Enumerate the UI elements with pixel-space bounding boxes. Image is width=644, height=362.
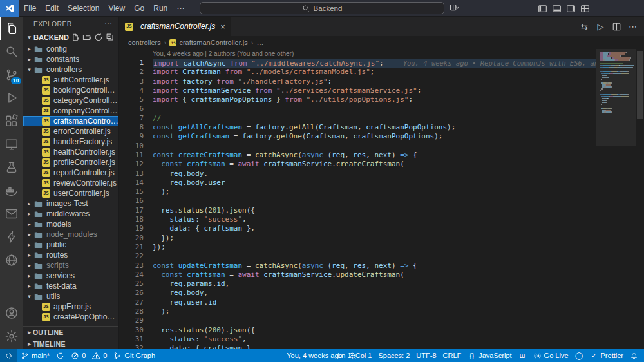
code-line-3[interactable]: 3import factory from "./handlerFactory.j… xyxy=(119,77,644,86)
code-line-9[interactable]: 9const getCraftsman = factory.getOne(Cra… xyxy=(119,132,644,141)
code-line-24[interactable]: 24 const craftsman = await craftsmanServ… xyxy=(119,271,644,280)
customize-layout-icon[interactable] xyxy=(580,4,590,14)
code-line-30[interactable]: 30 res.status(200).json({ xyxy=(119,326,644,335)
menu-file[interactable]: File xyxy=(19,0,41,16)
status-prettier[interactable]: ✓Prettier xyxy=(587,349,627,362)
code-line-14[interactable]: 14 req.body.user xyxy=(119,178,644,187)
toggle-panel-icon[interactable] xyxy=(552,4,562,14)
tree-file-categoryController.js[interactable]: JScategoryController.js xyxy=(23,95,118,106)
tree-folder-scripts[interactable]: ▸scripts xyxy=(23,260,118,271)
activity-thunder-client[interactable] xyxy=(0,225,23,249)
tree-folder-services[interactable]: ▸services xyxy=(23,271,118,281)
status-git-sync[interactable] xyxy=(53,349,68,362)
split-editor-dropdown-icon[interactable] xyxy=(450,3,459,13)
tree-file-createPopOptions.js[interactable]: JScreatePopOptions.js xyxy=(23,312,118,322)
breadcrumb-item[interactable]: … xyxy=(256,39,263,46)
run-icon[interactable]: ▷ xyxy=(596,22,605,32)
close-icon[interactable]: × xyxy=(220,22,225,32)
split-editor-icon[interactable] xyxy=(612,22,621,32)
code-line-15[interactable]: 15 ); xyxy=(119,187,644,196)
tab-craftsmancontroller-js[interactable]: JS craftsmanController.js × xyxy=(119,17,232,36)
status-live-share[interactable]: ◯ xyxy=(572,349,587,362)
minimap[interactable] xyxy=(596,49,636,349)
tree-folder-public[interactable]: ▸public xyxy=(23,240,118,250)
section-backend[interactable]: ▾ BACKEND xyxy=(23,31,118,44)
tree-folder-constants[interactable]: ▸constants xyxy=(23,54,118,64)
menu-more[interactable]: ⋯ xyxy=(172,0,189,16)
status-git-graph[interactable]: Git Graph xyxy=(110,349,158,362)
activity-docker[interactable] xyxy=(0,179,23,202)
code-line-28[interactable]: 28 ); xyxy=(119,307,644,316)
tree-folder-routes[interactable]: ▸routes xyxy=(23,250,118,260)
status-problems-warnings[interactable]: 0 xyxy=(89,349,110,362)
scrollbar-thumb[interactable] xyxy=(637,51,643,119)
open-changes-icon[interactable]: ⇆ xyxy=(580,22,589,32)
more-actions-icon[interactable]: ⋯ xyxy=(104,19,112,28)
activity-account[interactable] xyxy=(0,301,23,325)
code-line-10[interactable]: 10 xyxy=(119,142,644,151)
code-line-7[interactable]: 7//-------------------------------------… xyxy=(119,114,644,123)
code-line-23[interactable]: 23const updateCraftsman = catchAsync(asy… xyxy=(119,262,644,271)
code-line-20[interactable]: 20 }); xyxy=(119,234,644,243)
tree-folder-controllers[interactable]: ▾controllers xyxy=(23,64,118,75)
code-line-16[interactable]: 16 xyxy=(119,196,644,205)
activity-remote-explorer[interactable] xyxy=(0,133,23,156)
activity-mail[interactable] xyxy=(0,202,23,225)
code-line-27[interactable]: 27 req.user.id xyxy=(119,298,644,307)
status-remote-indicator[interactable] xyxy=(0,349,17,362)
activity-explorer[interactable] xyxy=(0,17,23,40)
menu-run[interactable]: Run xyxy=(149,0,172,16)
tree-file-handlerFactory.js[interactable]: JShandlerFactory.js xyxy=(23,137,118,147)
tree-file-bookingController.js[interactable]: JSbookingController.js xyxy=(23,85,118,95)
code-line-17[interactable]: 17 res.status(201).json({ xyxy=(119,206,644,215)
tree-file-reviewController.js[interactable]: JSreviewController.js xyxy=(23,178,118,188)
code-line-18[interactable]: 18 status: "success", xyxy=(119,215,644,224)
activity-extensions[interactable] xyxy=(0,110,23,133)
command-center-search[interactable]: Backend xyxy=(200,2,444,14)
code-line-29[interactable]: 29 xyxy=(119,316,644,325)
code-line-6[interactable]: 6 xyxy=(119,104,644,113)
tree-folder-config[interactable]: ▸config xyxy=(23,44,118,54)
code-line-26[interactable]: 26 req.body, xyxy=(119,289,644,298)
tree-file-appError.js[interactable]: JSappError.js xyxy=(23,301,118,312)
scrollbar[interactable] xyxy=(636,49,644,349)
menu-go[interactable]: Go xyxy=(129,0,149,16)
status-go-live[interactable]: Go Live xyxy=(530,349,572,362)
toggle-secondary-sidebar-icon[interactable] xyxy=(566,4,576,14)
tree-file-reportController.js[interactable]: JSreportController.js xyxy=(23,167,118,178)
code-line-21[interactable]: 21}); xyxy=(119,243,644,252)
code-line-25[interactable]: 25 req.params.id, xyxy=(119,280,644,289)
activity-search[interactable] xyxy=(0,40,23,63)
activity-settings-gear[interactable] xyxy=(0,325,23,348)
status-encoding[interactable]: UTF-8 xyxy=(413,349,439,362)
status-eol[interactable]: CRLF xyxy=(440,349,465,362)
menu-selection[interactable]: Selection xyxy=(63,0,104,16)
tree-file-userController.js[interactable]: JSuserController.js xyxy=(23,188,118,198)
tree-file-healthController.js[interactable]: JShealthController.js xyxy=(23,147,118,157)
collapse-all-icon[interactable] xyxy=(106,33,115,42)
status-git-branch[interactable]: main* xyxy=(17,349,53,362)
codelens-blame[interactable]: You, 4 weeks ago | 2 authors (You and on… xyxy=(119,49,644,59)
code-line-31[interactable]: 31 status: "success", xyxy=(119,335,644,344)
code-line-22[interactable]: 22 xyxy=(119,252,644,261)
tree-file-craftsmanController.js[interactable]: JScraftsmanController.js xyxy=(23,116,118,126)
code-line-1[interactable]: 1import catchAsync from "../middlewares/… xyxy=(119,59,644,68)
status-problems-errors[interactable]: 0 xyxy=(68,349,89,362)
activity-run-debug[interactable] xyxy=(0,86,23,110)
tree-file-profileController.js[interactable]: JSprofileController.js xyxy=(23,157,118,167)
code-line-5[interactable]: 5import { craftsmanPopOptions } from "..… xyxy=(119,95,644,104)
code-line-2[interactable]: 2import Craftsman from "../models/crafts… xyxy=(119,68,644,77)
tree-file-errorController.js[interactable]: JSerrorController.js xyxy=(23,126,118,137)
tree-file-companyController.js[interactable]: JScompanyController.js xyxy=(23,106,118,116)
tree-file-authController.js[interactable]: JSauthController.js xyxy=(23,75,118,85)
new-folder-icon[interactable] xyxy=(82,33,91,42)
timeline-section[interactable]: ▸ TIMELINE xyxy=(23,338,118,349)
refresh-icon[interactable] xyxy=(94,33,103,42)
tree-folder-models[interactable]: ▸models xyxy=(23,219,118,229)
activity-testing[interactable] xyxy=(0,156,23,179)
status-language-mode[interactable]: {}JavaScript xyxy=(464,349,515,362)
status-gitlens-blame[interactable]: You, 4 weeks ago xyxy=(283,349,345,362)
tree-folder-images-Test[interactable]: ▸images-Test xyxy=(23,198,118,209)
code-line-8[interactable]: 8const getAllCraftsmen = factory.getAll(… xyxy=(119,123,644,132)
status-zoom[interactable] xyxy=(346,349,361,362)
